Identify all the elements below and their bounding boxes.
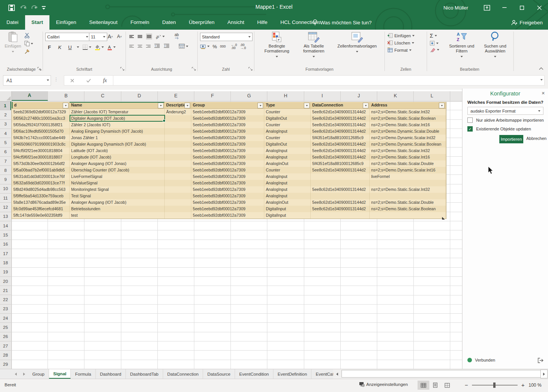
wrap-text-button[interactable]: ab (175, 33, 179, 40)
table-cell[interactable]: Änderung2 (165, 109, 191, 115)
table-cell[interactable]: ns=2;s=Demo.Static.Scalar.Boolean (370, 206, 446, 212)
tab-formeln[interactable]: Formeln (124, 15, 156, 30)
column-header-K[interactable]: K (377, 91, 414, 101)
table-cell[interactable]: Latitude (IOT Jacob) (70, 148, 165, 154)
table-cell[interactable]: ns=2;s=Demo.Static.Scalar.Double (370, 160, 446, 167)
zoom-in-button[interactable]: + (521, 382, 525, 388)
display-settings-button[interactable]: Anzeigeeinstellungen (359, 382, 408, 387)
table-cell[interactable]: DigitalInOut (264, 115, 311, 122)
table-cell[interactable] (370, 212, 446, 219)
align-center-icon[interactable] (138, 44, 142, 48)
table-cell[interactable]: ns=2;s=Demo.Static.Scalar.Int16 (370, 122, 446, 128)
table-cell[interactable]: 5eeb1eebd92dbf00012a7309 (191, 212, 264, 219)
table-cell[interactable]: Longitude (IOT Jacob) (70, 154, 165, 160)
tab-hilfe[interactable]: Hilfe (251, 15, 274, 30)
row-header-24[interactable]: 24 (0, 314, 11, 323)
table-cell[interactable]: AnalogInput (264, 180, 311, 186)
row-header-14[interactable]: 14 (0, 221, 11, 230)
table-cell[interactable]: Digitaler Ausgang Dynamisch (IOT Jacob) (70, 141, 165, 148)
table-cell[interactable]: Counter (264, 135, 311, 141)
table-cell[interactable] (165, 141, 191, 148)
percent-button[interactable]: % (213, 44, 217, 49)
table-cell[interactable]: 5f573d3b30ee0b00012b6df2 (12, 160, 70, 167)
find-select-button[interactable]: Suchen und Auswählen (479, 31, 511, 59)
tab-scroll-right-icon[interactable] (20, 369, 28, 379)
zoom-level[interactable]: 100 % (529, 382, 542, 388)
row-header-3[interactable]: 3 (0, 120, 11, 129)
row-header-9[interactable]: 9 (0, 175, 11, 184)
row-header-22[interactable]: 22 (0, 295, 11, 305)
sheet-tab-formula[interactable]: Formula (71, 369, 95, 379)
format-as-table-button[interactable]: Als Tabelle formatieren (297, 31, 331, 59)
sheet-tab-datasource[interactable]: DataSource (203, 369, 235, 379)
select-all-corner[interactable] (0, 91, 12, 102)
table-cell[interactable]: 5eeb1eebd92dbf00012a7309 (191, 193, 264, 199)
table-cell[interactable]: 5f4650960791990001903c8c (12, 141, 70, 148)
table-cell[interactable]: 5eeb1eebd92dbf00012a7309 (191, 128, 264, 135)
scroll-left-icon[interactable] (333, 369, 341, 379)
maximize-button[interactable] (513, 0, 531, 15)
table-cell[interactable]: DigitalInput (264, 212, 311, 219)
table-cell[interactable]: AnalogInput (264, 154, 311, 160)
row-header-4[interactable]: 4 (0, 129, 11, 138)
sheet-tab-dataconnection[interactable]: DataConnection (163, 369, 203, 379)
table-cell[interactable]: AnalogInput (264, 173, 311, 180)
table-cell[interactable]: ns=2;s=Demo.Static.Scalar.Double (370, 199, 446, 206)
table-cell[interactable] (165, 135, 191, 141)
row-header-10[interactable]: 10 (0, 184, 11, 194)
table-cell[interactable]: 5eeb1eebd92dbf00012a7309 (191, 206, 264, 212)
table-cell[interactable]: DigitalInOut (264, 141, 311, 148)
row-header-26[interactable]: 26 (0, 332, 11, 341)
table-cell[interactable]: 5f05da2f9241f70001358f21 (12, 122, 70, 128)
increase-decimal-button[interactable]: ←.0.00 (231, 43, 237, 49)
table-cell[interactable]: 5eeb1eebd92dbf00012a7309 (191, 109, 264, 115)
table-cell[interactable] (165, 180, 191, 186)
delete-cells-button[interactable]: Löschen (388, 40, 415, 45)
column-header-I[interactable]: I (304, 91, 341, 101)
table-cell[interactable]: Analoger Ausgang (IOT Jacob) (70, 199, 165, 206)
table-cell[interactable]: 5eeb1eebd92dbf00012a7309 (191, 167, 264, 173)
user-name[interactable]: Nico Müller (443, 5, 468, 11)
table-cell[interactable] (165, 122, 191, 128)
filter-button[interactable] (184, 103, 190, 108)
close-button[interactable] (531, 0, 548, 15)
table-cell[interactable]: ns=2;s=Demo.Dynamic.Scalar.Boolean (370, 141, 446, 148)
autosum-button[interactable]: Σ (430, 32, 439, 39)
tab-seitenlayout[interactable]: Seitenlayout (83, 15, 124, 30)
table-cell[interactable]: 5f4351ef18a88100012685c9 (311, 135, 370, 141)
table-cell[interactable]: 5f4cf5f6f21ee30001818807 (12, 154, 70, 160)
sheet-tab-eventcondition[interactable]: EventCondition (235, 369, 273, 379)
table-cell[interactable]: Monitoringtest Signal (70, 186, 165, 193)
format-cells-button[interactable]: Format (388, 48, 415, 52)
zoom-out-button[interactable]: − (465, 382, 468, 388)
row-header-18[interactable]: 18 (0, 258, 11, 267)
grow-font-button[interactable]: A˄ (107, 33, 114, 40)
checkbox-row-update[interactable]: ✓ Existierende Objekte updaten (467, 126, 531, 132)
table-cell[interactable] (311, 193, 370, 199)
table-cell[interactable] (165, 186, 191, 193)
import-button[interactable]: Importieren (499, 135, 523, 143)
number-dialog-launcher-icon[interactable] (248, 67, 253, 71)
formula-input[interactable] (113, 75, 545, 86)
tab-einf-gen[interactable]: Einfügen (49, 15, 83, 30)
row-header-28[interactable]: 28 (0, 351, 11, 360)
orientation-button[interactable]: ab (156, 34, 165, 39)
table-cell[interactable]: 5ee8c62d1e340900013144d2 (311, 128, 370, 135)
table-cell[interactable]: 5fa8e137d8676cadad89e35e (12, 199, 70, 206)
thousands-separator-button[interactable]: 000 (220, 44, 226, 48)
align-left-icon[interactable] (129, 44, 134, 48)
column-header-H[interactable]: H (267, 91, 304, 101)
table-cell[interactable]: NoValueSignal (70, 180, 165, 186)
table-cell[interactable]: ns=2;s=Demo.Static.Scalar.Int32 (370, 148, 446, 154)
row-header-27[interactable]: 27 (0, 341, 11, 351)
table-cell[interactable] (165, 154, 191, 160)
column-header-L[interactable]: L (414, 91, 450, 101)
table-cell[interactable]: 5eeb1eebd92dbf00012a7309 (191, 154, 264, 160)
table-cell[interactable]: AnalogInput (264, 193, 311, 199)
table-cell[interactable]: 5ee8c62d1e340900013144d2 (311, 148, 370, 154)
scroll-right-icon[interactable] (540, 370, 548, 378)
italic-button[interactable]: K (56, 43, 63, 51)
row-header-17[interactable]: 17 (0, 249, 11, 258)
table-cell[interactable]: 5eeb1eebd92dbf00012a7309 (191, 180, 264, 186)
decrease-decimal-button[interactable]: .00→.0 (240, 43, 246, 49)
